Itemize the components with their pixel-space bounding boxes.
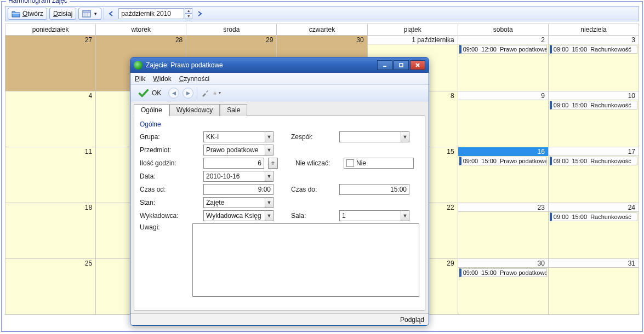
label-ilosc: Ilość godzin: bbox=[140, 159, 199, 167]
ok-button[interactable]: OK bbox=[134, 85, 165, 101]
menu-actions[interactable]: Czynności bbox=[179, 75, 209, 83]
day-cell[interactable]: 25 bbox=[5, 259, 96, 315]
month-spinner[interactable]: ▲▼ bbox=[185, 8, 192, 19]
label-data: Data: bbox=[140, 172, 199, 180]
menu-file[interactable]: Plik bbox=[135, 75, 145, 83]
dialog-titlebar[interactable]: Zajęcie: Prawo podatkowe bbox=[130, 57, 429, 73]
col-tue: wtorek bbox=[96, 24, 186, 36]
toolbar-separator bbox=[104, 8, 104, 20]
today-button[interactable]: Dzisiaj bbox=[49, 8, 76, 20]
niewliczac-field[interactable]: Nie bbox=[344, 158, 414, 169]
label-czasod: Czas od: bbox=[140, 186, 199, 193]
data-combo[interactable]: 2010-10-16▼ bbox=[203, 171, 273, 182]
panel-title: Harmonogram zajęć bbox=[6, 0, 70, 4]
col-sat: sobota bbox=[458, 24, 548, 36]
minimize-button[interactable] bbox=[377, 60, 392, 70]
day-cell[interactable]: 11 bbox=[5, 147, 96, 203]
ilosc-plus-button[interactable]: + bbox=[268, 158, 278, 169]
day-cell[interactable]: 3 09:00 15:00 Rachunkowość bbox=[548, 36, 639, 91]
sala-combo[interactable]: 1▼ bbox=[339, 210, 409, 221]
col-fri: piątek bbox=[367, 24, 458, 36]
tab-rooms[interactable]: Sale bbox=[220, 104, 247, 116]
svg-rect-8 bbox=[214, 94, 216, 95]
svg-rect-7 bbox=[214, 91, 216, 93]
day-cell[interactable]: 18 bbox=[5, 203, 96, 259]
open-label-rest: twórz bbox=[27, 10, 43, 18]
label-wykladowca: Wykładowca: bbox=[140, 212, 199, 220]
label-niewliczac: Nie wliczać: bbox=[295, 159, 339, 167]
next-record-button[interactable]: ► bbox=[183, 88, 193, 99]
zespol-combo[interactable]: ▼ bbox=[339, 131, 409, 142]
day-cell[interactable]: 16 09:00 15:00 Prawo podatkowe bbox=[458, 147, 548, 203]
view-mode-button[interactable]: ▼ bbox=[78, 8, 101, 20]
event-dialog: Zajęcie: Prawo podatkowe Plik Widok Czyn… bbox=[130, 57, 429, 326]
label-zespol: Zespół: bbox=[291, 133, 335, 141]
day-cell[interactable]: 24 09:00 15:00 Rachunkowość bbox=[548, 203, 639, 259]
niewliczac-checkbox[interactable] bbox=[346, 159, 354, 167]
status-text: Podgląd bbox=[400, 316, 424, 324]
calendar-event[interactable]: 09:00 15:00 Rachunkowość bbox=[550, 101, 637, 110]
day-cell[interactable]: 23 bbox=[458, 203, 548, 259]
svg-rect-5 bbox=[400, 64, 403, 67]
day-cell[interactable]: 17 09:00 15:00 Rachunkowość bbox=[548, 147, 639, 203]
menu-view[interactable]: Widok bbox=[153, 75, 171, 83]
calendar-event[interactable]: 09:00 15:00 Rachunkowość bbox=[550, 45, 637, 54]
next-month-button[interactable] bbox=[195, 9, 204, 19]
label-przedmiot: Przedmiot: bbox=[140, 146, 199, 154]
czasdo-input[interactable]: 15:00 bbox=[339, 184, 409, 195]
label-czasdo: Czas do: bbox=[291, 186, 335, 193]
tab-general[interactable]: Ogólne bbox=[134, 104, 169, 116]
przedmiot-combo[interactable]: Prawo podatkowe▼ bbox=[203, 145, 273, 156]
wykladowca-combo[interactable]: Wykładowca Księgowość▼ bbox=[203, 210, 273, 221]
calendar-event[interactable]: 09:00 15:00 Prawo podatkowe bbox=[459, 157, 547, 165]
col-thu: czwartek bbox=[277, 24, 367, 36]
dialog-statusbar: Podgląd bbox=[130, 313, 429, 325]
open-button[interactable]: Otwórz bbox=[8, 8, 47, 20]
col-wed: środa bbox=[186, 24, 277, 36]
folder-icon bbox=[12, 10, 20, 18]
ilosc-input[interactable]: 6 bbox=[203, 158, 264, 169]
svg-rect-0 bbox=[83, 10, 90, 17]
label-grupa: Grupa: bbox=[140, 133, 199, 141]
col-mon: poniedziałek bbox=[5, 24, 96, 36]
day-cell[interactable]: 10 09:00 15:00 Rachunkowość bbox=[548, 91, 639, 147]
day-cell[interactable]: 4 bbox=[5, 91, 96, 147]
calendar-event[interactable]: 09:00 15:00 Prawo podatkowe bbox=[459, 268, 547, 277]
grupa-combo[interactable]: KK-I▼ bbox=[203, 131, 273, 142]
label-sala: Sala: bbox=[291, 212, 335, 220]
col-sun: niedziela bbox=[548, 24, 639, 36]
close-button[interactable] bbox=[410, 60, 425, 70]
label-stan: Stan: bbox=[140, 199, 199, 206]
day-cell[interactable]: 27 bbox=[5, 36, 96, 91]
month-input[interactable]: październik 2010 bbox=[118, 8, 184, 19]
maximize-button[interactable] bbox=[394, 60, 409, 70]
dialog-title: Zajęcie: Prawo podatkowe bbox=[146, 61, 223, 69]
tab-lecturers[interactable]: Wykładowcy bbox=[169, 104, 220, 116]
main-toolbar: Otwórz Dzisiaj ▼ październik 2010 ▲▼ bbox=[5, 6, 639, 21]
uwagi-textarea[interactable] bbox=[192, 223, 419, 297]
print-icon[interactable]: ▼ bbox=[213, 89, 221, 97]
dialog-toolbar: OK ◄ ► ▼ bbox=[130, 85, 429, 101]
label-uwagi: Uwagi: bbox=[140, 223, 188, 231]
day-cell[interactable]: 31 bbox=[548, 259, 639, 315]
dialog-menu: Plik Widok Czynności bbox=[130, 73, 429, 85]
app-icon bbox=[134, 61, 143, 70]
calendar-event[interactable]: 09:00 12:00 Prawo podatkowe bbox=[459, 45, 547, 54]
day-cell[interactable]: 30 09:00 15:00 Prawo podatkowe bbox=[458, 259, 548, 315]
section-heading: Ogólne bbox=[140, 120, 419, 128]
tab-page-general: Ogólne Grupa: KK-I▼ Zespół: ▼ Przedmiot:… bbox=[134, 116, 425, 311]
prev-month-button[interactable] bbox=[106, 9, 116, 19]
prev-record-button[interactable]: ◄ bbox=[168, 88, 179, 99]
calendar-event[interactable]: 09:00 15:00 Rachunkowość bbox=[550, 157, 637, 165]
czasod-input[interactable]: 9:00 bbox=[203, 184, 273, 195]
day-cell[interactable]: 9 bbox=[458, 91, 548, 147]
stan-combo[interactable]: Zajęte▼ bbox=[203, 197, 273, 208]
day-cell[interactable]: 2 09:00 12:00 Prawo podatkowe bbox=[458, 36, 548, 91]
calendar-event[interactable]: 09:00 15:00 Rachunkowość bbox=[550, 212, 637, 221]
tools-icon[interactable] bbox=[201, 89, 209, 97]
